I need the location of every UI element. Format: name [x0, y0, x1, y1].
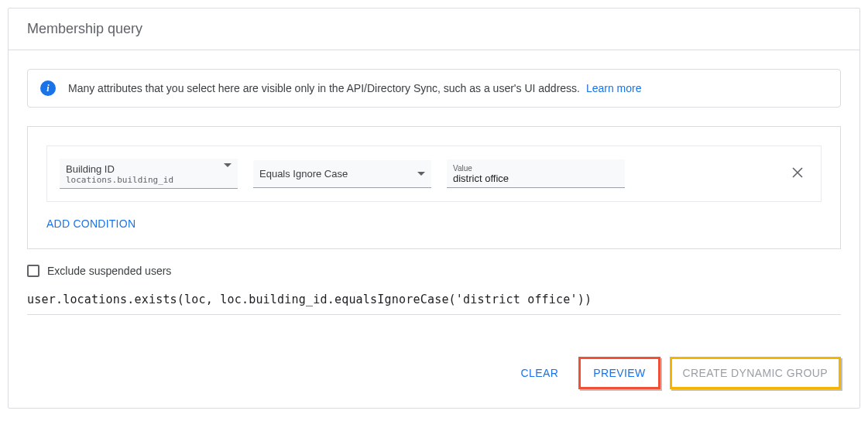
condition-row: Building ID locations.building_id Equals… — [46, 145, 822, 202]
close-icon — [791, 166, 804, 179]
query-expression: user.locations.exists(loc, loc.building_… — [27, 293, 841, 315]
card-title: Membership query — [9, 9, 859, 50]
value-field-label: Value — [453, 164, 619, 173]
attribute-path: locations.building_id — [66, 175, 173, 185]
operator-label: Equals Ignore Case — [259, 168, 348, 180]
learn-more-link[interactable]: Learn more — [586, 82, 642, 94]
operator-select[interactable]: Equals Ignore Case — [253, 160, 431, 188]
add-condition-button[interactable]: ADD CONDITION — [46, 217, 822, 230]
action-bar: CLEAR PREVIEW CREATE DYNAMIC GROUP — [27, 357, 841, 389]
value-text: district office — [453, 173, 619, 184]
exclude-suspended-label: Exclude suspended users — [47, 265, 171, 277]
attribute-select[interactable]: Building ID locations.building_id — [60, 159, 238, 189]
conditions-panel: Building ID locations.building_id Equals… — [27, 126, 841, 249]
membership-query-card: Membership query i Many attributes that … — [8, 8, 860, 409]
chevron-down-icon — [417, 172, 425, 176]
chevron-down-icon — [224, 163, 232, 167]
card-body: i Many attributes that you select here a… — [9, 50, 859, 408]
exclude-suspended-row[interactable]: Exclude suspended users — [27, 265, 841, 277]
value-input[interactable]: Value district office — [447, 159, 625, 188]
attribute-label: Building ID — [66, 163, 173, 175]
preview-button[interactable]: PREVIEW — [578, 357, 660, 389]
info-text: Many attributes that you select here are… — [68, 82, 580, 94]
create-dynamic-group-button[interactable]: CREATE DYNAMIC GROUP — [670, 357, 841, 389]
exclude-suspended-checkbox[interactable] — [27, 265, 39, 277]
clear-button[interactable]: CLEAR — [510, 361, 570, 385]
info-icon: i — [40, 80, 56, 96]
remove-condition-button[interactable] — [787, 162, 808, 186]
info-banner: i Many attributes that you select here a… — [27, 69, 841, 108]
